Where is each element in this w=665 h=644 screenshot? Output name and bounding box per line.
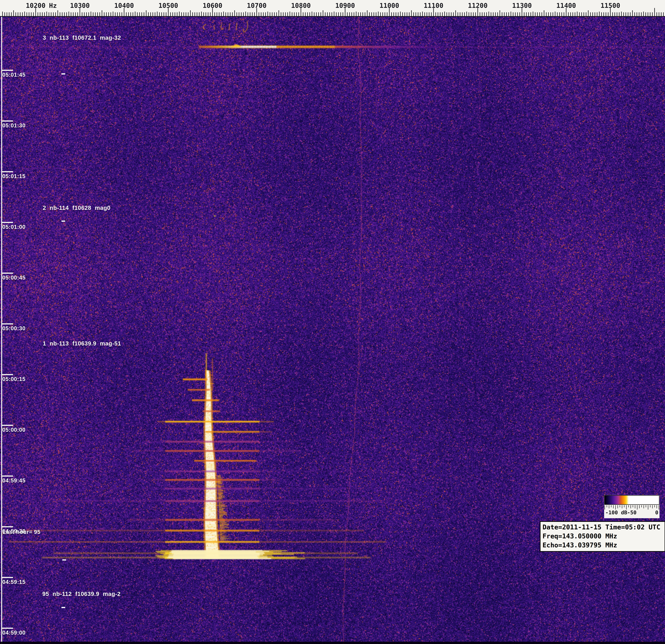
spectrogram-app: Date=2011-11-15 Time=05:02 UTC Freq=143.… <box>0 0 665 644</box>
spectrogram-canvas <box>0 0 665 644</box>
